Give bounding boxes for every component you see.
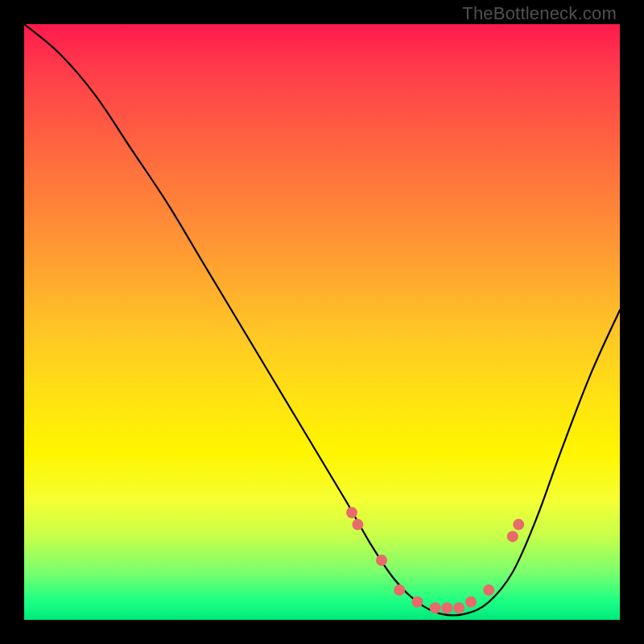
bottleneck-curve <box>24 24 620 616</box>
highlight-dot <box>465 597 477 608</box>
highlight-dot <box>346 507 357 518</box>
highlight-dot <box>453 602 464 613</box>
highlight-dot <box>441 602 452 613</box>
chart-svg <box>24 24 620 620</box>
highlight-dot <box>411 597 423 608</box>
highlight-dots <box>346 507 524 613</box>
chart-frame: TheBottleneck.com <box>0 0 644 644</box>
highlight-dot <box>352 519 363 530</box>
highlight-dot <box>376 555 387 566</box>
highlight-dot <box>483 584 494 596</box>
highlight-dot <box>430 602 441 613</box>
watermark-text: TheBottleneck.com <box>462 3 617 24</box>
plot-area <box>24 24 620 620</box>
highlight-dot <box>507 530 518 542</box>
highlight-dot <box>394 584 405 596</box>
highlight-dot <box>513 519 524 530</box>
